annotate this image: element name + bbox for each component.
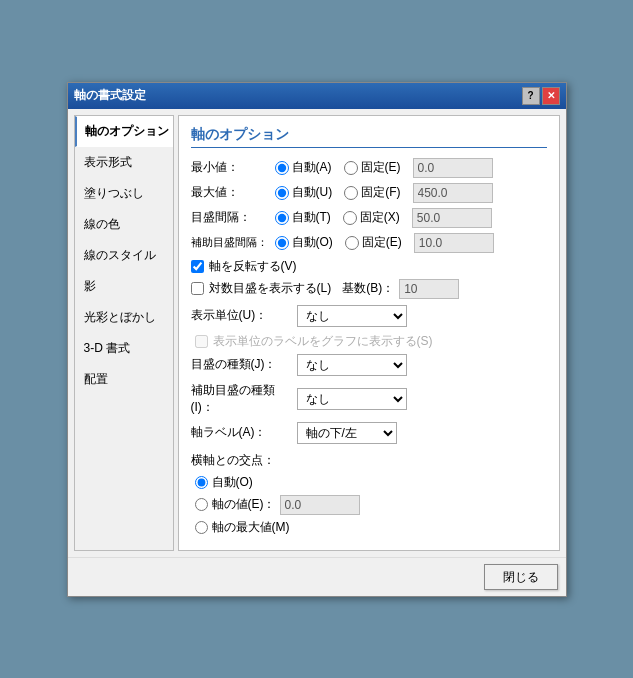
crosshair-value-radio[interactable] [195,498,208,511]
major-auto-radio[interactable] [275,211,289,225]
sidebar-item-line-color[interactable]: 線の色 [75,209,173,240]
major-fixed-radio-item: 固定(X) [343,209,400,226]
display-unit-show-checkbox[interactable] [195,335,208,348]
max-fixed-radio[interactable] [344,186,358,200]
minor-tick-input[interactable] [414,233,494,253]
minor-tick-type-row: 補助目盛の種類(I)： なし [191,382,547,416]
tick-type-label: 目盛の種類(J)： [191,356,291,373]
major-tick-input[interactable] [412,208,492,228]
baseline-input[interactable] [399,279,459,299]
min-auto-radio[interactable] [275,161,289,175]
reverse-axis-label: 軸を反転する(V) [209,258,297,275]
log-scale-label: 対数目盛を表示する(L) [209,280,332,297]
minor-tick-radio-group: 自動(O) 固定(E) [275,233,494,253]
min-auto-radio-item: 自動(A) [275,159,332,176]
sidebar-item-display-format[interactable]: 表示形式 [75,147,173,178]
sidebar-item-glow-blur[interactable]: 光彩とぼかし [75,302,173,333]
minor-auto-label: 自動(O) [292,234,333,251]
close-button[interactable]: 閉じる [484,564,558,590]
baseline-label: 基数(B)： [342,280,394,297]
crosshair-value-input[interactable] [280,495,360,515]
minor-fixed-radio-item: 固定(E) [345,234,402,251]
axis-format-dialog: 軸の書式設定 ? ✕ 軸のオプション 表示形式 塗りつぶし 線の色 線のスタイル… [67,82,567,597]
section-title: 軸のオプション [191,126,547,148]
major-auto-radio-item: 自動(T) [275,209,331,226]
max-value-row: 最大値： 自動(U) 固定(F) [191,183,547,203]
max-fixed-radio-item: 固定(F) [344,184,400,201]
sidebar-item-shadow[interactable]: 影 [75,271,173,302]
dialog-footer: 閉じる [68,557,566,596]
min-auto-label: 自動(A) [292,159,332,176]
major-fixed-radio[interactable] [343,211,357,225]
min-fixed-radio[interactable] [344,161,358,175]
minor-auto-radio[interactable] [275,236,289,250]
minor-tick-row: 補助目盛間隔： 自動(O) 固定(E) [191,233,547,253]
dialog-body: 軸のオプション 表示形式 塗りつぶし 線の色 線のスタイル 影 光彩とぼかし 3… [68,109,566,557]
crosshair-auto-row: 自動(O) [191,474,547,491]
display-unit-checkbox-row: 表示単位のラベルをグラフに表示する(S) [191,333,547,350]
tick-type-row: 目盛の種類(J)： なし [191,354,547,376]
display-unit-row: 表示単位(U)： なし [191,305,547,327]
min-value-radio-group: 自動(A) 固定(E) [275,158,493,178]
crosshair-value-label: 軸の値(E)： [212,496,276,513]
sidebar-item-placement[interactable]: 配置 [75,364,173,395]
crosshair-value-row: 軸の値(E)： [191,495,547,515]
major-tick-row: 目盛間隔： 自動(T) 固定(X) [191,208,547,228]
window-close-button[interactable]: ✕ [542,87,560,105]
display-unit-label: 表示単位(U)： [191,307,291,324]
reverse-axis-checkbox[interactable] [191,260,204,273]
minor-tick-type-dropdown[interactable]: なし [297,388,407,410]
crosshair-max-label: 軸の最大値(M) [212,519,290,536]
axis-label-label: 軸ラベル(A)： [191,424,291,441]
sidebar: 軸のオプション 表示形式 塗りつぶし 線の色 線のスタイル 影 光彩とぼかし 3… [74,115,174,551]
sidebar-item-fill[interactable]: 塗りつぶし [75,178,173,209]
crosshair-title: 横軸との交点： [191,452,547,469]
min-fixed-radio-item: 固定(E) [344,159,401,176]
max-value-radio-group: 自動(U) 固定(F) [275,183,493,203]
sidebar-item-3d-format[interactable]: 3-D 書式 [75,333,173,364]
crosshair-auto-radio[interactable] [195,476,208,489]
min-value-input[interactable] [413,158,493,178]
max-fixed-label: 固定(F) [361,184,400,201]
title-bar: 軸の書式設定 ? ✕ [68,83,566,109]
minor-tick-type-label: 補助目盛の種類(I)： [191,382,291,416]
help-button[interactable]: ? [522,87,540,105]
max-auto-radio-item: 自動(U) [275,184,333,201]
crosshair-max-radio[interactable] [195,521,208,534]
sidebar-item-axis-options[interactable]: 軸のオプション [75,116,173,147]
major-tick-label: 目盛間隔： [191,209,271,226]
min-value-row: 最小値： 自動(A) 固定(E) [191,158,547,178]
major-fixed-label: 固定(X) [360,209,400,226]
minor-fixed-radio[interactable] [345,236,359,250]
display-unit-show-label: 表示単位のラベルをグラフに表示する(S) [213,333,433,350]
minor-tick-interval-label: 補助目盛間隔： [191,235,271,250]
crosshair-section: 横軸との交点： 自動(O) 軸の値(E)： 軸の最大値(M) [191,452,547,536]
max-auto-label: 自動(U) [292,184,333,201]
log-scale-checkbox[interactable] [191,282,204,295]
reverse-axis-row: 軸を反転する(V) [191,258,547,275]
dialog-title: 軸の書式設定 [74,87,146,104]
minor-auto-radio-item: 自動(O) [275,234,333,251]
display-unit-dropdown[interactable]: なし [297,305,407,327]
max-value-input[interactable] [413,183,493,203]
min-fixed-label: 固定(E) [361,159,401,176]
axis-label-row: 軸ラベル(A)： 軸の下/左 [191,422,547,444]
log-scale-row: 対数目盛を表示する(L) 基数(B)： [191,279,547,299]
max-value-label: 最大値： [191,184,271,201]
major-tick-radio-group: 自動(T) 固定(X) [275,208,492,228]
minor-fixed-label: 固定(E) [362,234,402,251]
crosshair-auto-label: 自動(O) [212,474,253,491]
title-bar-buttons: ? ✕ [522,87,560,105]
min-value-label: 最小値： [191,159,271,176]
main-content: 軸のオプション 最小値： 自動(A) 固定(E) [178,115,560,551]
crosshair-max-row: 軸の最大値(M) [191,519,547,536]
max-auto-radio[interactable] [275,186,289,200]
tick-type-dropdown[interactable]: なし [297,354,407,376]
axis-label-dropdown[interactable]: 軸の下/左 [297,422,397,444]
sidebar-item-line-style[interactable]: 線のスタイル [75,240,173,271]
major-auto-label: 自動(T) [292,209,331,226]
